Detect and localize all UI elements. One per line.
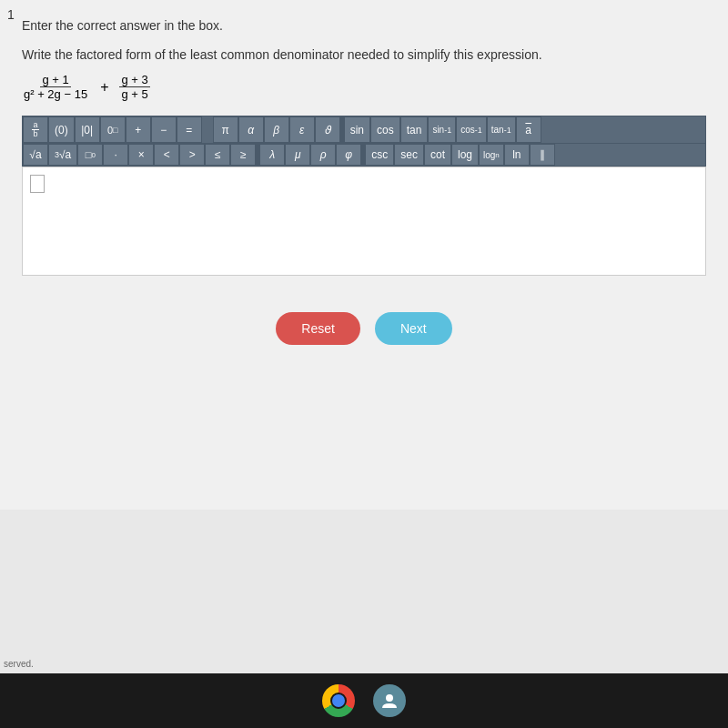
power-btn[interactable]: 0□ xyxy=(100,116,126,143)
fraction-2: g + 3 g + 5 xyxy=(119,73,149,101)
lte-btn[interactable]: ≤ xyxy=(205,144,230,166)
logn-btn[interactable]: logn xyxy=(479,144,504,166)
paren-btn[interactable]: (0) xyxy=(48,116,75,143)
dot-btn[interactable]: · xyxy=(103,144,128,166)
reset-button[interactable]: Reset xyxy=(276,312,360,345)
times-btn[interactable]: × xyxy=(128,144,154,166)
svg-point-0 xyxy=(386,694,393,702)
abs-btn[interactable]: |0| xyxy=(75,116,100,143)
fraction-btn[interactable]: a b xyxy=(23,116,48,143)
fraction-1: g + 1 g² + 2g − 15 xyxy=(22,73,89,101)
sec-btn[interactable]: sec xyxy=(394,144,424,166)
fraction-1-denominator: g² + 2g − 15 xyxy=(22,87,89,101)
fraction-2-denominator: g + 5 xyxy=(119,87,149,101)
taskbar xyxy=(0,673,728,728)
sqrt-btn[interactable]: √a xyxy=(23,144,48,166)
phi-btn[interactable]: φ xyxy=(336,144,361,166)
log-btn[interactable]: log xyxy=(451,144,479,166)
mu-btn[interactable]: μ xyxy=(285,144,310,166)
answer-cursor xyxy=(30,175,45,193)
user-icon[interactable] xyxy=(373,684,406,717)
tan-btn[interactable]: tan xyxy=(400,116,429,143)
math-toolbar: a b (0) |0| 0□ + − = π α β ε ϑ sin cos xyxy=(22,116,706,167)
ln-btn[interactable]: ln xyxy=(504,144,530,166)
instruction-text: Enter the correct answer in the box. xyxy=(22,18,706,33)
equals-btn[interactable]: = xyxy=(177,116,202,143)
operator: + xyxy=(100,79,108,96)
pi-btn[interactable]: π xyxy=(213,116,238,143)
action-buttons: Reset Next xyxy=(22,294,706,363)
acos-btn[interactable]: cos-1 xyxy=(456,116,487,143)
atan-btn[interactable]: tan-1 xyxy=(487,116,516,143)
main-content: Enter the correct answer in the box. Wri… xyxy=(0,0,728,510)
sin-btn[interactable]: sin xyxy=(344,116,370,143)
fraction-2-numerator: g + 3 xyxy=(119,73,149,87)
expression: g + 1 g² + 2g − 15 + g + 3 g + 5 xyxy=(22,73,706,101)
gt-btn[interactable]: > xyxy=(179,144,205,166)
cot-btn[interactable]: cot xyxy=(424,144,451,166)
alpha-btn[interactable]: α xyxy=(238,116,264,143)
cos-btn[interactable]: cos xyxy=(370,116,400,143)
csc-btn[interactable]: csc xyxy=(365,144,394,166)
nroot-btn[interactable]: □0 xyxy=(77,144,103,166)
fraction-1-numerator: g + 1 xyxy=(40,73,70,87)
chrome-icon[interactable] xyxy=(322,684,355,717)
reserved-text: served. xyxy=(4,659,34,669)
rho-btn[interactable]: ρ xyxy=(310,144,336,166)
beta-btn[interactable]: β xyxy=(264,116,289,143)
overline-btn[interactable]: a xyxy=(516,116,541,143)
parallel-btn[interactable]: ∥ xyxy=(530,144,555,166)
lambda-btn[interactable]: λ xyxy=(259,144,285,166)
asin-btn[interactable]: sin-1 xyxy=(428,116,456,143)
page-number: 1 xyxy=(7,7,15,22)
theta-btn[interactable]: ϑ xyxy=(315,116,340,143)
plus-btn[interactable]: + xyxy=(126,116,151,143)
epsilon-btn[interactable]: ε xyxy=(289,116,315,143)
cbrt-btn[interactable]: 3√a xyxy=(48,144,77,166)
next-button[interactable]: Next xyxy=(375,312,452,345)
gte-btn[interactable]: ≥ xyxy=(230,144,256,166)
answer-input-area[interactable] xyxy=(22,167,706,276)
question-text: Write the factored form of the least com… xyxy=(22,47,706,62)
lt-btn[interactable]: < xyxy=(154,144,179,166)
minus-btn[interactable]: − xyxy=(151,116,177,143)
